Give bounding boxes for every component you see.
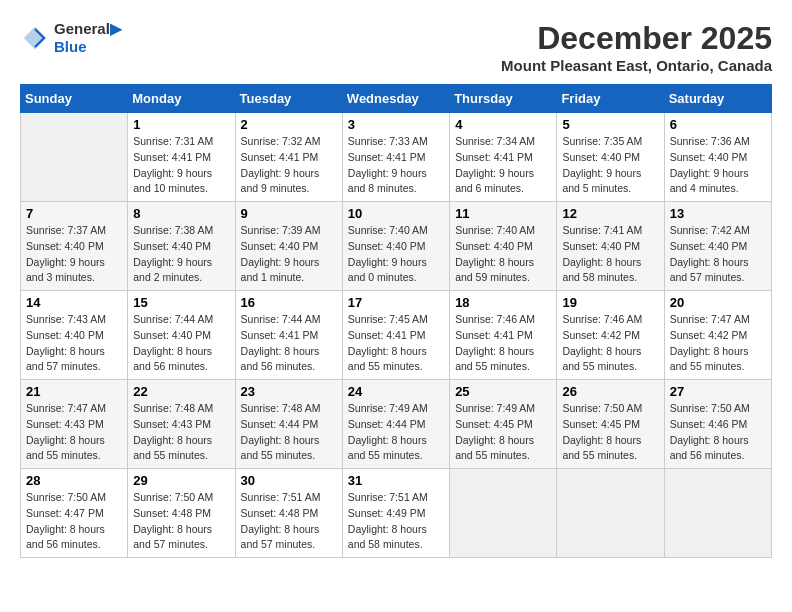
day-number: 6 bbox=[670, 117, 766, 132]
day-number: 22 bbox=[133, 384, 229, 399]
day-info: Sunrise: 7:42 AM Sunset: 4:40 PM Dayligh… bbox=[670, 223, 766, 286]
day-cell: 15Sunrise: 7:44 AM Sunset: 4:40 PM Dayli… bbox=[128, 291, 235, 380]
day-info: Sunrise: 7:38 AM Sunset: 4:40 PM Dayligh… bbox=[133, 223, 229, 286]
day-info: Sunrise: 7:45 AM Sunset: 4:41 PM Dayligh… bbox=[348, 312, 444, 375]
day-info: Sunrise: 7:40 AM Sunset: 4:40 PM Dayligh… bbox=[348, 223, 444, 286]
title-area: December 2025 Mount Pleasant East, Ontar… bbox=[501, 20, 772, 74]
day-number: 24 bbox=[348, 384, 444, 399]
day-info: Sunrise: 7:51 AM Sunset: 4:48 PM Dayligh… bbox=[241, 490, 337, 553]
header-tuesday: Tuesday bbox=[235, 85, 342, 113]
day-cell: 3Sunrise: 7:33 AM Sunset: 4:41 PM Daylig… bbox=[342, 113, 449, 202]
day-info: Sunrise: 7:46 AM Sunset: 4:41 PM Dayligh… bbox=[455, 312, 551, 375]
day-number: 23 bbox=[241, 384, 337, 399]
day-info: Sunrise: 7:41 AM Sunset: 4:40 PM Dayligh… bbox=[562, 223, 658, 286]
day-cell: 7Sunrise: 7:37 AM Sunset: 4:40 PM Daylig… bbox=[21, 202, 128, 291]
day-number: 25 bbox=[455, 384, 551, 399]
day-cell: 20Sunrise: 7:47 AM Sunset: 4:42 PM Dayli… bbox=[664, 291, 771, 380]
day-cell: 30Sunrise: 7:51 AM Sunset: 4:48 PM Dayli… bbox=[235, 469, 342, 558]
day-info: Sunrise: 7:48 AM Sunset: 4:44 PM Dayligh… bbox=[241, 401, 337, 464]
day-number: 16 bbox=[241, 295, 337, 310]
day-info: Sunrise: 7:50 AM Sunset: 4:47 PM Dayligh… bbox=[26, 490, 122, 553]
day-cell: 14Sunrise: 7:43 AM Sunset: 4:40 PM Dayli… bbox=[21, 291, 128, 380]
day-cell: 28Sunrise: 7:50 AM Sunset: 4:47 PM Dayli… bbox=[21, 469, 128, 558]
day-info: Sunrise: 7:47 AM Sunset: 4:42 PM Dayligh… bbox=[670, 312, 766, 375]
header-wednesday: Wednesday bbox=[342, 85, 449, 113]
day-number: 10 bbox=[348, 206, 444, 221]
day-number: 20 bbox=[670, 295, 766, 310]
day-number: 3 bbox=[348, 117, 444, 132]
day-cell bbox=[664, 469, 771, 558]
day-number: 4 bbox=[455, 117, 551, 132]
day-info: Sunrise: 7:50 AM Sunset: 4:46 PM Dayligh… bbox=[670, 401, 766, 464]
header-saturday: Saturday bbox=[664, 85, 771, 113]
day-number: 18 bbox=[455, 295, 551, 310]
day-number: 30 bbox=[241, 473, 337, 488]
day-cell: 1Sunrise: 7:31 AM Sunset: 4:41 PM Daylig… bbox=[128, 113, 235, 202]
day-info: Sunrise: 7:44 AM Sunset: 4:40 PM Dayligh… bbox=[133, 312, 229, 375]
day-cell bbox=[21, 113, 128, 202]
day-info: Sunrise: 7:35 AM Sunset: 4:40 PM Dayligh… bbox=[562, 134, 658, 197]
day-cell: 19Sunrise: 7:46 AM Sunset: 4:42 PM Dayli… bbox=[557, 291, 664, 380]
day-cell: 29Sunrise: 7:50 AM Sunset: 4:48 PM Dayli… bbox=[128, 469, 235, 558]
day-number: 28 bbox=[26, 473, 122, 488]
day-cell: 26Sunrise: 7:50 AM Sunset: 4:45 PM Dayli… bbox=[557, 380, 664, 469]
day-info: Sunrise: 7:51 AM Sunset: 4:49 PM Dayligh… bbox=[348, 490, 444, 553]
header: General▶ Blue December 2025 Mount Pleasa… bbox=[20, 20, 772, 74]
day-cell: 6Sunrise: 7:36 AM Sunset: 4:40 PM Daylig… bbox=[664, 113, 771, 202]
day-number: 7 bbox=[26, 206, 122, 221]
week-row-2: 7Sunrise: 7:37 AM Sunset: 4:40 PM Daylig… bbox=[21, 202, 772, 291]
day-cell: 21Sunrise: 7:47 AM Sunset: 4:43 PM Dayli… bbox=[21, 380, 128, 469]
day-number: 26 bbox=[562, 384, 658, 399]
day-number: 15 bbox=[133, 295, 229, 310]
week-row-5: 28Sunrise: 7:50 AM Sunset: 4:47 PM Dayli… bbox=[21, 469, 772, 558]
day-number: 17 bbox=[348, 295, 444, 310]
calendar-subtitle: Mount Pleasant East, Ontario, Canada bbox=[501, 57, 772, 74]
day-info: Sunrise: 7:50 AM Sunset: 4:48 PM Dayligh… bbox=[133, 490, 229, 553]
day-cell: 23Sunrise: 7:48 AM Sunset: 4:44 PM Dayli… bbox=[235, 380, 342, 469]
day-info: Sunrise: 7:49 AM Sunset: 4:45 PM Dayligh… bbox=[455, 401, 551, 464]
day-number: 19 bbox=[562, 295, 658, 310]
calendar-table: SundayMondayTuesdayWednesdayThursdayFrid… bbox=[20, 84, 772, 558]
day-info: Sunrise: 7:48 AM Sunset: 4:43 PM Dayligh… bbox=[133, 401, 229, 464]
day-info: Sunrise: 7:31 AM Sunset: 4:41 PM Dayligh… bbox=[133, 134, 229, 197]
day-cell: 31Sunrise: 7:51 AM Sunset: 4:49 PM Dayli… bbox=[342, 469, 449, 558]
day-number: 27 bbox=[670, 384, 766, 399]
day-cell: 16Sunrise: 7:44 AM Sunset: 4:41 PM Dayli… bbox=[235, 291, 342, 380]
day-info: Sunrise: 7:34 AM Sunset: 4:41 PM Dayligh… bbox=[455, 134, 551, 197]
day-info: Sunrise: 7:50 AM Sunset: 4:45 PM Dayligh… bbox=[562, 401, 658, 464]
day-cell: 27Sunrise: 7:50 AM Sunset: 4:46 PM Dayli… bbox=[664, 380, 771, 469]
day-number: 12 bbox=[562, 206, 658, 221]
header-friday: Friday bbox=[557, 85, 664, 113]
logo: General▶ Blue bbox=[20, 20, 122, 55]
day-cell: 13Sunrise: 7:42 AM Sunset: 4:40 PM Dayli… bbox=[664, 202, 771, 291]
day-info: Sunrise: 7:39 AM Sunset: 4:40 PM Dayligh… bbox=[241, 223, 337, 286]
day-number: 1 bbox=[133, 117, 229, 132]
week-row-1: 1Sunrise: 7:31 AM Sunset: 4:41 PM Daylig… bbox=[21, 113, 772, 202]
day-number: 8 bbox=[133, 206, 229, 221]
header-thursday: Thursday bbox=[450, 85, 557, 113]
day-cell bbox=[557, 469, 664, 558]
day-info: Sunrise: 7:44 AM Sunset: 4:41 PM Dayligh… bbox=[241, 312, 337, 375]
header-sunday: Sunday bbox=[21, 85, 128, 113]
day-number: 11 bbox=[455, 206, 551, 221]
day-cell: 2Sunrise: 7:32 AM Sunset: 4:41 PM Daylig… bbox=[235, 113, 342, 202]
day-info: Sunrise: 7:46 AM Sunset: 4:42 PM Dayligh… bbox=[562, 312, 658, 375]
day-cell: 4Sunrise: 7:34 AM Sunset: 4:41 PM Daylig… bbox=[450, 113, 557, 202]
day-cell: 10Sunrise: 7:40 AM Sunset: 4:40 PM Dayli… bbox=[342, 202, 449, 291]
day-info: Sunrise: 7:37 AM Sunset: 4:40 PM Dayligh… bbox=[26, 223, 122, 286]
day-number: 13 bbox=[670, 206, 766, 221]
day-number: 14 bbox=[26, 295, 122, 310]
day-cell: 22Sunrise: 7:48 AM Sunset: 4:43 PM Dayli… bbox=[128, 380, 235, 469]
day-cell: 24Sunrise: 7:49 AM Sunset: 4:44 PM Dayli… bbox=[342, 380, 449, 469]
day-cell bbox=[450, 469, 557, 558]
day-info: Sunrise: 7:49 AM Sunset: 4:44 PM Dayligh… bbox=[348, 401, 444, 464]
logo-text: General▶ Blue bbox=[54, 20, 122, 55]
day-number: 31 bbox=[348, 473, 444, 488]
day-number: 5 bbox=[562, 117, 658, 132]
calendar-title: December 2025 bbox=[501, 20, 772, 57]
day-cell: 25Sunrise: 7:49 AM Sunset: 4:45 PM Dayli… bbox=[450, 380, 557, 469]
day-info: Sunrise: 7:47 AM Sunset: 4:43 PM Dayligh… bbox=[26, 401, 122, 464]
day-number: 2 bbox=[241, 117, 337, 132]
day-cell: 8Sunrise: 7:38 AM Sunset: 4:40 PM Daylig… bbox=[128, 202, 235, 291]
day-info: Sunrise: 7:43 AM Sunset: 4:40 PM Dayligh… bbox=[26, 312, 122, 375]
